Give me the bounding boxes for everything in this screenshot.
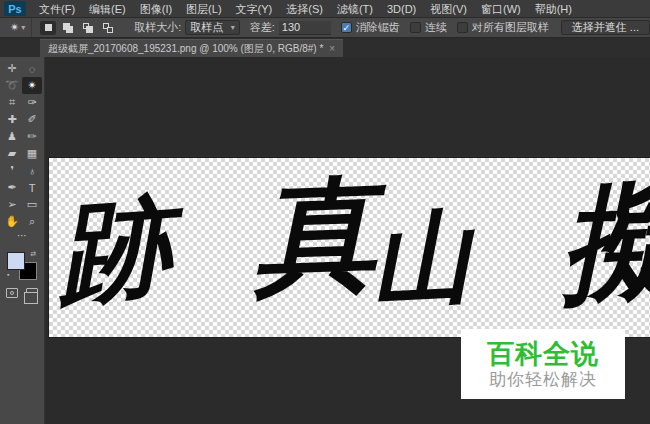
- intersect-selection-button[interactable]: [100, 21, 116, 35]
- eraser-tool[interactable]: ▰: [2, 145, 22, 162]
- color-swatches: ⇄ ▪: [7, 250, 37, 280]
- tools-panel: ✛ ◌ ➰ ✴ ⌗ ✑ ✚ ✐ ♟ ✏ ▰ ▦ ❜ ♁ ✒ T ➢ ▭ ✋ ⌕: [0, 57, 45, 424]
- calligraphy-character: 真: [252, 174, 378, 300]
- path-selection-tool[interactable]: ➢: [2, 196, 22, 213]
- menu-image[interactable]: 图像(I): [133, 0, 179, 18]
- zoom-tool[interactable]: ⌕: [22, 213, 42, 230]
- contiguous-checkbox[interactable]: [410, 22, 421, 33]
- intersect-selection-icon: [103, 23, 113, 33]
- sample-all-layers-checkbox[interactable]: [457, 22, 468, 33]
- sample-size-value: 取样点: [190, 20, 223, 35]
- menu-layer[interactable]: 图层(L): [179, 0, 228, 18]
- healing-brush-tool[interactable]: ✚: [2, 111, 22, 128]
- anti-alias-checkbox[interactable]: ✓: [341, 22, 352, 33]
- select-and-mask-button[interactable]: 选择并遮住 ...: [561, 20, 650, 35]
- document-tab-title: 超级截屏_20170608_195231.png @ 100% (图层 0, R…: [48, 42, 323, 56]
- calligraphy-character: 擬: [559, 178, 650, 310]
- document-tab-bar: 超级截屏_20170608_195231.png @ 100% (图层 0, R…: [0, 38, 650, 57]
- eyedropper-tool[interactable]: ✑: [22, 94, 42, 111]
- crop-tool[interactable]: ⌗: [2, 94, 22, 111]
- tool-grid: ✛ ◌ ➰ ✴ ⌗ ✑ ✚ ✐ ♟ ✏ ▰ ▦ ❜ ♁ ✒ T ➢ ▭ ✋ ⌕: [2, 60, 42, 230]
- magic-wand-icon: ✴: [10, 21, 19, 34]
- calligraphy-character: 跡: [53, 192, 173, 312]
- tool-options-bar: ✴ ▾ 取样大小: 取样点 ▾ 容差: ✓ 消除锯齿 连续 对所有图层取样 选择…: [0, 18, 650, 38]
- tolerance-label: 容差:: [250, 20, 275, 35]
- history-brush-tool[interactable]: ✏: [22, 128, 42, 145]
- tolerance-input[interactable]: [279, 21, 331, 35]
- menu-bar: Ps 文件(F) 编辑(E) 图像(I) 图层(L) 文字(Y) 选择(S) 滤…: [0, 0, 650, 18]
- quick-mask-icon[interactable]: [6, 288, 18, 298]
- sample-size-dropdown[interactable]: 取样点 ▾: [185, 20, 239, 35]
- sample-size-label: 取样大小:: [134, 20, 181, 35]
- magic-wand-tool[interactable]: ✴: [22, 77, 42, 94]
- chevron-down-icon: ▾: [21, 23, 25, 32]
- sample-all-layers-option[interactable]: 对所有图层取样: [457, 20, 549, 35]
- brush-tool[interactable]: ✐: [22, 111, 42, 128]
- menu-filter[interactable]: 滤镜(T): [330, 0, 380, 18]
- rectangle-tool[interactable]: ▭: [22, 196, 42, 213]
- default-colors-icon[interactable]: ▪: [7, 271, 9, 278]
- pasteboard: 跡 真 山 擬 百科全说 助你轻松解决: [45, 57, 650, 424]
- document-tab[interactable]: 超级截屏_20170608_195231.png @ 100% (图层 0, R…: [40, 39, 343, 57]
- add-selection-icon: [63, 23, 73, 33]
- chevron-down-icon: ▾: [231, 23, 235, 32]
- menu-select[interactable]: 选择(S): [279, 0, 330, 18]
- anti-alias-option[interactable]: ✓ 消除锯齿: [341, 20, 400, 35]
- calligraphy-character: 山: [368, 207, 473, 312]
- add-to-selection-button[interactable]: [60, 21, 76, 35]
- menu-help[interactable]: 帮助(H): [528, 0, 579, 18]
- clone-stamp-tool[interactable]: ♟: [2, 128, 22, 145]
- contiguous-label: 连续: [425, 20, 447, 35]
- hand-tool[interactable]: ✋: [2, 213, 22, 230]
- menu-3d[interactable]: 3D(D): [380, 0, 423, 18]
- document-canvas[interactable]: 跡 真 山 擬: [49, 158, 650, 337]
- selection-mode-group: [32, 21, 124, 35]
- new-selection-icon: [45, 24, 52, 31]
- move-tool[interactable]: ✛: [2, 60, 22, 77]
- blur-tool[interactable]: ❜: [2, 162, 22, 179]
- menu-view[interactable]: 视图(V): [423, 0, 474, 18]
- sample-all-layers-label: 对所有图层取样: [472, 20, 549, 35]
- menu-window[interactable]: 窗口(W): [474, 0, 528, 18]
- swap-colors-icon[interactable]: ⇄: [30, 250, 36, 258]
- close-icon[interactable]: ×: [329, 43, 335, 54]
- pen-tool[interactable]: ✒: [2, 179, 22, 196]
- menu-file[interactable]: 文件(F): [32, 0, 82, 18]
- lasso-tool[interactable]: ➰: [2, 77, 22, 94]
- subtract-selection-icon: [83, 23, 93, 33]
- type-tool[interactable]: T: [22, 179, 42, 196]
- new-selection-button[interactable]: [40, 21, 56, 35]
- screen-mode-icon[interactable]: [26, 288, 38, 298]
- dodge-tool[interactable]: ♁: [22, 162, 42, 179]
- foreground-color-swatch[interactable]: [7, 252, 25, 270]
- photoshop-window: Ps 文件(F) 编辑(E) 图像(I) 图层(L) 文字(Y) 选择(S) 滤…: [0, 0, 650, 424]
- toolbar-footer: [6, 288, 38, 298]
- watermark-badge: 百科全说 助你轻松解决: [461, 329, 625, 399]
- subtract-from-selection-button[interactable]: [80, 21, 96, 35]
- main-area: ✛ ◌ ➰ ✴ ⌗ ✑ ✚ ✐ ♟ ✏ ▰ ▦ ❜ ♁ ✒ T ➢ ▭ ✋ ⌕: [0, 57, 650, 424]
- marquee-tool[interactable]: ◌: [22, 60, 42, 77]
- contiguous-option[interactable]: 连续: [410, 20, 447, 35]
- menu-type[interactable]: 文字(Y): [229, 0, 280, 18]
- anti-alias-label: 消除锯齿: [356, 20, 400, 35]
- watermark-subtitle: 助你轻松解决: [489, 371, 597, 388]
- watermark-title: 百科全说: [487, 341, 599, 368]
- edit-toolbar-button[interactable]: ⋯: [0, 230, 44, 244]
- tool-preset-picker[interactable]: ✴ ▾: [0, 18, 32, 37]
- gradient-tool[interactable]: ▦: [22, 145, 42, 162]
- photoshop-logo: Ps: [4, 1, 26, 16]
- menu-edit[interactable]: 编辑(E): [82, 0, 133, 18]
